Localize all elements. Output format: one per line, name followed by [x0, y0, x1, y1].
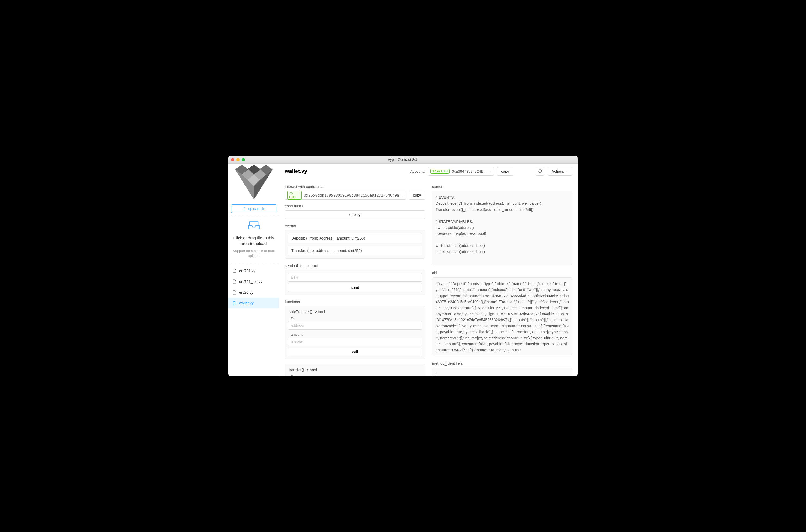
file-name: wallet.vy	[239, 301, 254, 305]
window-title: Vyper Contract GUI	[228, 158, 578, 162]
content-textarea[interactable]	[432, 191, 572, 265]
inbox-icon	[231, 220, 276, 232]
param-label: _amount	[289, 332, 421, 337]
method-identifiers-label: method_identifiers	[432, 361, 572, 365]
event-row: Transfer: (_to: address, _amount: uint25…	[288, 246, 422, 256]
account-label: Account:	[410, 169, 424, 173]
event-row: Deposit: (_from: address, _amount: uint2…	[288, 233, 422, 243]
actions-button[interactable]: Actions ⌄	[548, 167, 572, 176]
method-identifiers-textarea[interactable]	[432, 368, 572, 376]
functions-label: functions	[285, 300, 425, 304]
contract-select[interactable]: 75 ETH 0x0558ddD1795030591A8b3a42C5Ce912…	[285, 191, 406, 200]
param-label: _to	[289, 316, 421, 320]
sidebar: upload file Click or drag file to this a…	[228, 164, 279, 376]
upload-drop-area[interactable]: Click or drag file to this area to uploa…	[228, 216, 279, 264]
page-title: wallet.vy	[285, 168, 407, 174]
file-name: erc721_ico.vy	[239, 280, 262, 284]
function-card-0: safeTransfer() -> bool_to_amountcall	[285, 306, 425, 359]
app-logo	[228, 164, 279, 204]
account-address: 0xa66479534824E...	[452, 169, 487, 173]
file-item-erc721_ico-vy[interactable]: erc721_ico.vy	[228, 276, 279, 287]
send-eth-card: send	[285, 270, 425, 295]
file-list: erc721.vyerc721_ico.vyerc20.vywallet.vy	[228, 264, 279, 308]
drop-title: Click or drag file to this area to uploa…	[231, 235, 276, 246]
refresh-button[interactable]	[536, 167, 544, 176]
abi-label: abi	[432, 271, 572, 275]
file-item-erc20-vy[interactable]: erc20.vy	[228, 287, 279, 298]
function-card-1: transfer() -> bool_to_amountcall	[285, 364, 425, 376]
chevron-down-icon: ⌄	[566, 169, 568, 173]
drop-subtitle: Support for a single or bulk upload.	[231, 248, 276, 258]
interact-label: interact with contract at	[285, 185, 425, 189]
content-label: content	[432, 185, 572, 189]
file-icon	[233, 269, 236, 273]
send-eth-button[interactable]: send	[288, 283, 422, 292]
events-label: events	[285, 224, 425, 228]
param-label: _to	[289, 374, 421, 376]
file-item-erc721-vy[interactable]: erc721.vy	[228, 265, 279, 276]
refresh-icon	[538, 169, 542, 173]
copy-contract-button[interactable]: copy	[409, 191, 425, 200]
account-select[interactable]: 97.99 ETH 0xa66479534824E... ⌄	[428, 167, 494, 176]
main-panel: wallet.vy Account: 97.99 ETH 0xa66479534…	[279, 164, 578, 376]
right-column: content abi method_identifiers	[432, 185, 572, 370]
call-button[interactable]: call	[288, 348, 422, 356]
file-icon	[233, 290, 236, 294]
chevron-down-icon: ⌄	[401, 193, 404, 197]
header: wallet.vy Account: 97.99 ETH 0xa66479534…	[279, 164, 578, 179]
file-name: erc721.vy	[239, 269, 255, 273]
upload-file-button[interactable]: upload file	[231, 204, 276, 213]
file-icon	[233, 280, 236, 284]
function-signature: transfer() -> bool	[288, 367, 422, 373]
abi-textarea[interactable]	[432, 277, 572, 355]
function-signature: safeTransfer() -> bool	[288, 309, 422, 315]
file-item-wallet-vy[interactable]: wallet.vy	[228, 298, 279, 308]
copy-account-button[interactable]: copy	[497, 167, 513, 176]
constructor-label: constructor	[285, 204, 425, 208]
account-eth-badge: 97.99 ETH	[431, 169, 450, 174]
upload-label: upload file	[248, 207, 265, 211]
events-card: Deposit: (_from: address, _amount: uint2…	[285, 230, 425, 259]
app-window: Vyper Contract GUI	[228, 156, 578, 376]
titlebar: Vyper Contract GUI	[228, 156, 578, 164]
file-name: erc20.vy	[239, 290, 253, 294]
send-eth-input[interactable]	[288, 273, 422, 282]
file-icon	[233, 301, 236, 305]
param-input-_amount[interactable]	[288, 338, 422, 346]
contract-address: 0x0558ddD1795030591A8b3a42C5Ce91271F64C4…	[304, 193, 399, 197]
upload-icon	[242, 207, 246, 211]
param-input-_to[interactable]	[288, 321, 422, 330]
send-eth-label: send eth to contract	[285, 264, 425, 268]
deploy-button[interactable]: deploy	[285, 210, 425, 219]
contract-eth-badge: 75 ETH	[287, 191, 301, 200]
chevron-down-icon: ⌄	[489, 169, 492, 173]
left-column: interact with contract at 75 ETH 0x0558d…	[285, 185, 425, 370]
